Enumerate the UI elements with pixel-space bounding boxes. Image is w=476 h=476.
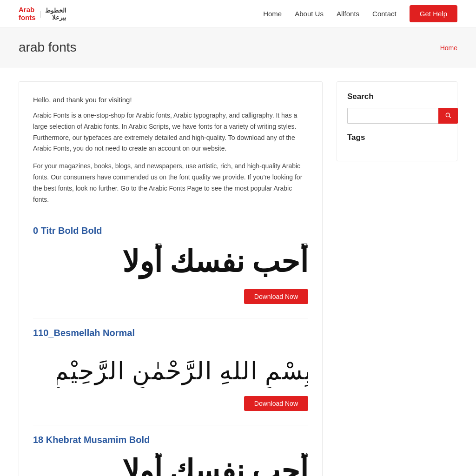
sidebar: Search Tags [337, 81, 457, 476]
main-nav: Home About Us Allfonts Contact Get Help [263, 5, 457, 22]
logo-ar: الخطوطبيرعلا [45, 7, 66, 21]
logo[interactable]: Arabfonts | الخطوطبيرعلا [19, 6, 66, 21]
font-preview-2: أحب نفسك أولا [33, 453, 308, 476]
logo-divider: | [40, 10, 41, 18]
font-preview-1: بِسْمِ اللهِ الرَّحْمٰنِ الرَّحِيْمِ بِس… [33, 346, 308, 388]
download-button-0[interactable]: Download Now [244, 289, 308, 304]
breadcrumb: Home [440, 44, 457, 52]
search-row [347, 108, 447, 124]
main-layout: Hello, and thank you for visiting! Arabi… [0, 67, 476, 476]
font-name-2: 18 Khebrat Musamim Bold [33, 435, 308, 445]
svg-point-1 [446, 113, 450, 117]
download-row-1: Download Now [33, 396, 308, 411]
intro-greeting: Hello, and thank you for visiting! [33, 96, 308, 104]
font-preview-0: أحب نفسك أولا [33, 244, 308, 281]
page-header: arab fonts Home [0, 28, 476, 67]
tags-title: Tags [347, 133, 447, 142]
page-title: arab fonts [19, 40, 77, 55]
breadcrumb-home[interactable]: Home [440, 44, 457, 52]
nav-home[interactable]: Home [263, 10, 282, 18]
nav-contact[interactable]: Contact [372, 10, 397, 18]
search-widget: Search Tags [337, 81, 457, 161]
font-item-2: 18 Khebrat Musamim Bold أحب نفسك أولا [33, 425, 308, 476]
search-title: Search [347, 92, 447, 101]
font-item-0: 0 Titr Bold Bold أحب نفسك أولا Download … [33, 216, 308, 304]
logo-en: Arabfonts [19, 6, 36, 21]
nav-allfonts[interactable]: Allfonts [337, 10, 359, 18]
download-row-0: Download Now [33, 289, 308, 304]
search-button[interactable] [438, 108, 458, 124]
font-name-1: 110_Besmellah Normal [33, 328, 308, 338]
nav-about[interactable]: About Us [295, 10, 324, 18]
search-input[interactable] [347, 108, 438, 124]
intro-para-2: For your magazines, books, blogs, and ne… [33, 161, 308, 205]
calligraphy-svg: بِسْمِ اللهِ الرَّحْمٰنِ الرَّحِيْمِ [57, 346, 308, 388]
font-name-0: 0 Titr Bold Bold [33, 225, 308, 236]
search-icon [445, 112, 451, 119]
tags-section: Tags [347, 133, 447, 142]
download-button-1[interactable]: Download Now [244, 396, 308, 411]
svg-text:بِسْمِ اللهِ الرَّحْمٰنِ الرَّ: بِسْمِ اللهِ الرَّحْمٰنِ الرَّحِيْمِ [57, 358, 308, 388]
content-area: Hello, and thank you for visiting! Arabi… [19, 81, 323, 476]
svg-line-2 [450, 116, 451, 118]
font-item-1: 110_Besmellah Normal بِسْمِ اللهِ الرَّح… [33, 318, 308, 411]
get-help-button[interactable]: Get Help [410, 5, 457, 22]
header: Arabfonts | الخطوطبيرعلا Home About Us A… [0, 0, 476, 28]
intro-para-1: Arabic Fonts is a one-stop-shop for Arab… [33, 110, 308, 154]
